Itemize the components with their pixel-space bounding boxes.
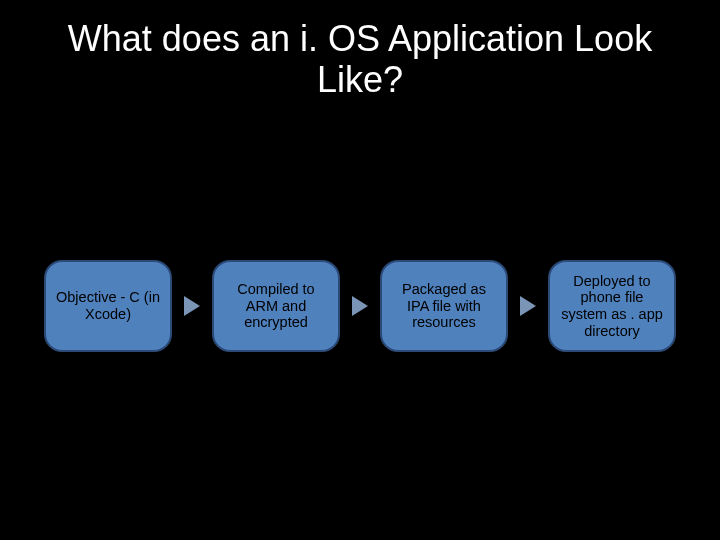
arrow-right-icon bbox=[184, 296, 200, 316]
flow-step: Compiled to ARM and encrypted bbox=[212, 260, 340, 352]
flow-step: Deployed to phone file system as . app d… bbox=[548, 260, 676, 352]
arrow-right-icon bbox=[352, 296, 368, 316]
flow-step: Packaged as IPA file with resources bbox=[380, 260, 508, 352]
flow-diagram: Objective - C (in Xcode) Compiled to ARM… bbox=[0, 260, 720, 352]
flow-step: Objective - C (in Xcode) bbox=[44, 260, 172, 352]
slide-title: What does an i. OS Application Look Like… bbox=[0, 0, 720, 101]
arrow-right-icon bbox=[520, 296, 536, 316]
